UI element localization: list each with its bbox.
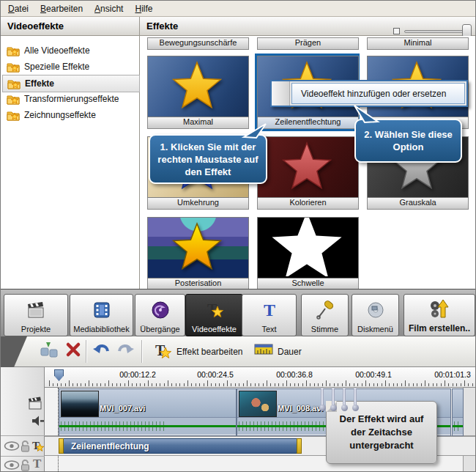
tab-mediabibliothek[interactable]: Mediabibliothek — [70, 294, 133, 336]
effect-cell-kolorieren[interactable]: Kolorieren — [257, 136, 357, 210]
ruler-tick — [128, 380, 129, 386]
duration-button[interactable] — [253, 341, 275, 361]
ruler-tick — [152, 383, 152, 386]
effect-label[interactable]: Maximal — [147, 117, 249, 129]
sidebar-item-transformierungseffekte[interactable]: Transformierungseffekte — [2, 91, 138, 107]
ruler-tick — [179, 383, 180, 386]
ruler-tick — [397, 383, 398, 386]
tab-diskmenü[interactable]: Diskmenü — [352, 294, 399, 336]
disc-icon — [365, 295, 386, 325]
ruler-tick — [176, 383, 176, 386]
ruler-tick — [120, 383, 121, 386]
tab-film-erstellen-[interactable]: Film erstellen.. — [404, 294, 475, 336]
video-clip-fragment[interactable] — [452, 388, 464, 436]
effect-label[interactable]: Kolorieren — [257, 198, 359, 210]
menu-item-datei[interactable]: Datei — [2, 2, 34, 15]
context-menu-item-add-effect[interactable]: Videoeffekt hinzufügen oder ersetzen — [291, 83, 465, 104]
tab-videoeffekte[interactable]: TVideoeffekte — [185, 294, 243, 336]
menu-item-ansicht[interactable]: Ansicht — [89, 2, 129, 15]
tab-projekte[interactable]: Projekte — [4, 294, 68, 336]
effect-clip-right-handle[interactable] — [297, 438, 302, 454]
text-track-visibility-icon[interactable] — [4, 460, 20, 472]
ruler-tick — [89, 380, 89, 386]
effect-clip-zeilenentflechtung[interactable]: Zeilenentflechtung — [59, 438, 302, 454]
ruler-tick — [286, 380, 287, 386]
tab-stimme[interactable]: Stimme — [301, 294, 349, 336]
video-clip-mvi_007.avi[interactable]: MVI_007.avi — [59, 388, 237, 436]
ruler-timestamp: 00:00:24.5 — [197, 370, 234, 379]
ruler-tick — [393, 383, 394, 386]
sidebar-item-spezielle-effekte[interactable]: Spezielle Effekte — [2, 59, 138, 75]
ruler-tick — [283, 383, 283, 386]
ruler-tick — [334, 383, 335, 386]
timeline-ruler[interactable]: 00:00:12.200:00:24.500:00:36.800:00:49.1… — [45, 367, 475, 388]
effect-clip-left-handle[interactable] — [59, 438, 64, 454]
ruler-tick — [401, 383, 402, 386]
undo-button[interactable] — [92, 341, 112, 363]
ruler-tick — [108, 380, 109, 386]
ruler-tick — [231, 383, 231, 386]
tutorial-callout-step1: 1. Klicken Sie mit der rechten Maustaste… — [149, 134, 267, 184]
sidebar-item-zeichnungseffekte[interactable]: Zeichnungseffekte — [2, 107, 138, 123]
text-track-icon: T — [33, 457, 41, 471]
tutorial-callout-step2: 2. Wählen Sie diese Option — [354, 119, 462, 163]
star-t-icon: T — [204, 295, 225, 325]
folder-star-icon — [7, 45, 20, 56]
tab-übergänge[interactable]: Übergänge — [135, 294, 185, 336]
ruler-tick — [156, 383, 157, 386]
ruler-tick — [255, 383, 256, 386]
note-pin-head — [341, 405, 348, 411]
redo-button[interactable] — [115, 341, 135, 363]
ruler-tick — [235, 383, 236, 386]
ruler-tick — [369, 383, 370, 386]
effect-label-partial[interactable]: Bewegungsunschärfe — [147, 37, 249, 50]
thumbnail-size-slider[interactable] — [404, 30, 469, 33]
fx-track-visibility-icon[interactable] — [4, 440, 20, 454]
clip-video-part[interactable] — [453, 389, 463, 417]
effect-label[interactable]: Umkehrung — [147, 198, 249, 210]
fx-track-lock-icon[interactable] — [20, 440, 31, 455]
effect-cell-posterisation[interactable]: Posterisation — [147, 217, 248, 290]
menu-item-hilfe[interactable]: Hilfe — [129, 2, 158, 15]
ruler-tick — [196, 383, 196, 386]
clip-name: MVI_007.avi — [100, 404, 145, 413]
effect-label-partial[interactable]: Minimal — [367, 37, 469, 50]
ruler-tick — [330, 383, 330, 386]
audio-mute-icon[interactable] — [31, 416, 45, 429]
effect-label-partial[interactable]: Prägen — [257, 37, 359, 50]
ruler-icon — [253, 341, 274, 361]
clip-name: MVI_008.avi — [278, 404, 323, 413]
ruler-tick — [81, 383, 81, 386]
ruler-tick — [148, 380, 149, 386]
ruler-tick — [239, 383, 239, 386]
effect-thumbnail[interactable] — [257, 136, 359, 198]
ruler-tick — [57, 383, 58, 386]
effect-thumbnail[interactable] — [257, 217, 359, 279]
ruler-tick — [223, 383, 224, 386]
edit-effect-button[interactable]: T — [152, 341, 174, 364]
duration-label[interactable]: Dauer — [278, 347, 302, 357]
ruler-tick — [294, 383, 295, 386]
tab-text[interactable]: TText — [242, 294, 297, 336]
effect-label[interactable]: Grauskala — [367, 198, 469, 210]
sidebar-item-alle-videoeffekte[interactable]: Alle Videoeffekte — [2, 43, 138, 59]
effect-cell-schwelle[interactable]: Schwelle — [257, 217, 357, 290]
effect-label[interactable]: Zeilenentflechtung — [257, 117, 359, 129]
menu-item-bearbeiten[interactable]: Bearbeiten — [34, 2, 89, 15]
ruler-tick — [357, 383, 358, 386]
video-editor-window: DateiBearbeitenAnsichtHilfe Videoeffekte… — [0, 0, 476, 472]
delete-button[interactable] — [64, 341, 83, 361]
clip-audio-part[interactable] — [453, 417, 463, 435]
effect-cell-maximal[interactable]: Maximal — [147, 56, 248, 129]
zoom-out-icon[interactable] — [393, 28, 400, 34]
effect-thumbnail[interactable] — [147, 56, 249, 117]
clip-video-part[interactable]: MVI_007.avi — [59, 389, 236, 417]
text-track-lock-icon[interactable] — [20, 459, 31, 472]
split-clip-button[interactable] — [39, 341, 59, 364]
ruler-tick — [290, 383, 291, 386]
sidebar-item-effekte[interactable]: Effekte — [2, 75, 140, 92]
ruler-tick — [436, 383, 437, 386]
edit-effect-label[interactable]: Effekt bearbeiten — [176, 347, 243, 357]
clip-audio-part[interactable] — [59, 417, 236, 435]
effect-thumbnail[interactable] — [147, 217, 249, 279]
